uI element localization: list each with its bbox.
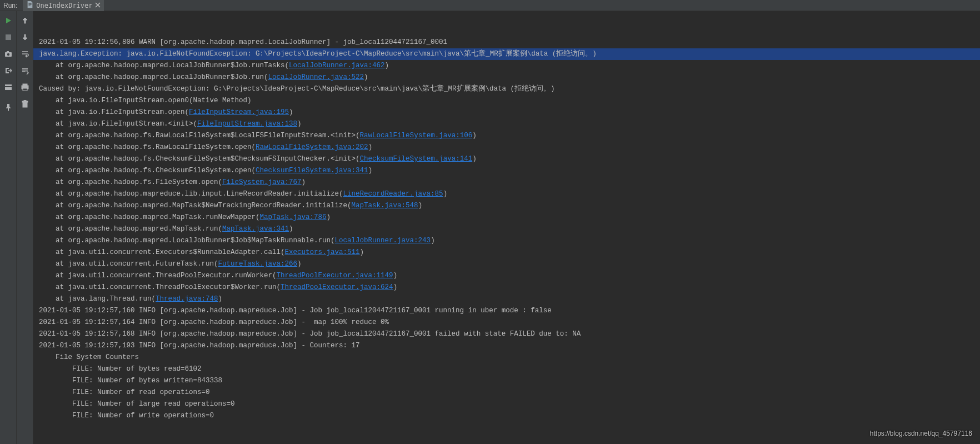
- stack-link[interactable]: ThreadPoolExecutor.java:624: [281, 283, 393, 291]
- run-config-tab[interactable]: OneIndexDriver: [23, 0, 103, 11]
- run-config-tab-label: OneIndexDriver: [36, 2, 92, 9]
- stack-link[interactable]: FutureTask.java:266: [218, 260, 298, 268]
- stack-link[interactable]: MapTask.java:341: [222, 225, 289, 233]
- console-line: FILE: Number of bytes read=6102: [39, 363, 980, 375]
- svg-rect-2: [29, 6, 31, 6]
- watermark-text: https://blog.csdn.net/qq_45797116: [870, 428, 972, 440]
- console-line: at java.util.concurrent.FutureTask.run(F…: [39, 258, 980, 270]
- stack-link[interactable]: MapTask.java:548: [352, 202, 418, 209]
- console-line: at org.apache.hadoop.mapreduce.lib.input…: [39, 188, 980, 200]
- layout-icon[interactable]: [4, 83, 13, 91]
- stack-link[interactable]: LocalJobRunner.java:522: [268, 73, 364, 81]
- console-line: at org.apache.hadoop.mapred.LocalJobRunn…: [39, 235, 980, 247]
- console-line: at org.apache.hadoop.fs.RawLocalFileSyst…: [39, 142, 980, 153]
- stack-link[interactable]: ThreadPoolExecutor.java:1149: [277, 272, 393, 280]
- console-line: Caused by: java.io.FileNotFoundException…: [39, 83, 980, 95]
- stack-link[interactable]: FileInputStream.java:138: [197, 120, 297, 128]
- svg-rect-8: [5, 87, 12, 90]
- stack-link[interactable]: FileSystem.java:767: [222, 178, 302, 186]
- svg-rect-12: [23, 102, 27, 107]
- window-tabbar: Run: OneIndexDriver: [0, 0, 980, 11]
- left-gutter: [0, 11, 17, 444]
- print-icon[interactable]: [21, 83, 29, 91]
- console-line: FILE: Number of write operations=0: [39, 410, 980, 422]
- stack-link[interactable]: ChecksumFileSystem.java:341: [256, 167, 368, 174]
- stop-icon[interactable]: [4, 33, 13, 41]
- tool-window-label: Run:: [0, 2, 23, 9]
- svg-rect-7: [5, 84, 12, 86]
- svg-rect-11: [23, 88, 27, 91]
- close-icon[interactable]: [95, 2, 101, 9]
- console-line: at org.apache.hadoop.mapred.MapTask$NewT…: [39, 200, 980, 212]
- svg-rect-1: [29, 4, 32, 5]
- stack-link[interactable]: ChecksumFileSystem.java:141: [360, 155, 473, 163]
- console-line: at org.apache.hadoop.fs.RawLocalFileSyst…: [39, 130, 980, 142]
- console-line: at java.util.concurrent.ThreadPoolExecut…: [39, 282, 980, 293]
- soft-wrap-icon[interactable]: [21, 50, 29, 58]
- console-line: at java.io.FileInputStream.<init>(FileIn…: [39, 118, 980, 130]
- console-line: at org.apache.hadoop.fs.ChecksumFileSyst…: [39, 165, 980, 177]
- console-line: FILE: Number of bytes written=843338: [39, 375, 980, 387]
- file-icon: [26, 1, 34, 10]
- console-line: at org.apache.hadoop.fs.FileSystem.open(…: [39, 177, 980, 188]
- console-line: at java.io.FileInputStream.open(FileInpu…: [39, 107, 980, 118]
- stack-link[interactable]: RawLocalFileSystem.java:106: [360, 132, 473, 139]
- stack-link[interactable]: LocalJobRunner.java:462: [289, 62, 385, 69]
- console-line: 2021-01-05 19:12:57,168 INFO [org.apache…: [39, 328, 980, 340]
- svg-rect-6: [7, 51, 9, 52]
- console-line: at java.io.FileInputStream.open0(Native …: [39, 95, 980, 107]
- console-line: at org.apache.hadoop.fs.ChecksumFileSyst…: [39, 153, 980, 165]
- down-arrow-icon[interactable]: [21, 33, 29, 41]
- console-output[interactable]: 2021-01-05 19:12:56,806 WARN [org.apache…: [33, 11, 980, 444]
- console-line: 2021-01-05 19:12:57,160 INFO [org.apache…: [39, 305, 980, 317]
- console-line: at org.apache.hadoop.mapred.LocalJobRunn…: [39, 60, 980, 72]
- console-line: at java.util.concurrent.ThreadPoolExecut…: [39, 270, 980, 282]
- console-line: at java.util.concurrent.Executors$Runnab…: [39, 247, 980, 258]
- pin-icon[interactable]: [4, 103, 13, 111]
- rerun-icon[interactable]: [4, 17, 13, 24]
- console-toolbar: [17, 11, 33, 444]
- stack-link[interactable]: Thread.java:748: [156, 295, 218, 303]
- scroll-to-end-icon[interactable]: [21, 67, 29, 74]
- up-arrow-icon[interactable]: [21, 17, 29, 24]
- console-line: 2021-01-05 19:12:56,806 WARN [org.apache…: [39, 37, 980, 48]
- console-line: at org.apache.hadoop.mapred.MapTask.run(…: [39, 223, 980, 235]
- console-line: File System Counters: [39, 352, 980, 363]
- main-area: 2021-01-05 19:12:56,806 WARN [org.apache…: [0, 11, 980, 444]
- trash-icon[interactable]: [21, 100, 29, 108]
- console-line: 2021-01-05 19:12:57,164 INFO [org.apache…: [39, 317, 980, 328]
- stack-link[interactable]: MapTask.java:786: [260, 213, 327, 221]
- svg-rect-14: [24, 100, 26, 101]
- console-line: FILE: Number of read operations=0: [39, 387, 980, 398]
- svg-rect-0: [29, 3, 32, 4]
- stack-link[interactable]: RawLocalFileSystem.java:202: [256, 143, 368, 151]
- console-line: at org.apache.hadoop.mapred.MapTask.runN…: [39, 212, 980, 223]
- console-line: FILE: Number of large read operations=0: [39, 398, 980, 410]
- stack-link[interactable]: LineRecordReader.java:85: [343, 190, 443, 198]
- console-line: java.lang.Exception: java.io.FileNotFoun…: [33, 48, 980, 60]
- exit-icon[interactable]: [4, 67, 13, 74]
- console-line: 2021-01-05 19:12:57,193 INFO [org.apache…: [39, 340, 980, 352]
- camera-icon[interactable]: [4, 50, 13, 58]
- stack-link[interactable]: FileInputStream.java:195: [189, 108, 289, 116]
- console-line: at org.apache.hadoop.mapred.LocalJobRunn…: [39, 72, 980, 83]
- svg-rect-3: [6, 34, 11, 40]
- stack-link[interactable]: LocalJobRunner.java:243: [335, 237, 431, 245]
- svg-point-5: [7, 53, 9, 56]
- stack-link[interactable]: Executors.java:511: [285, 248, 360, 256]
- console-line: at java.lang.Thread.run(Thread.java:748): [39, 293, 980, 305]
